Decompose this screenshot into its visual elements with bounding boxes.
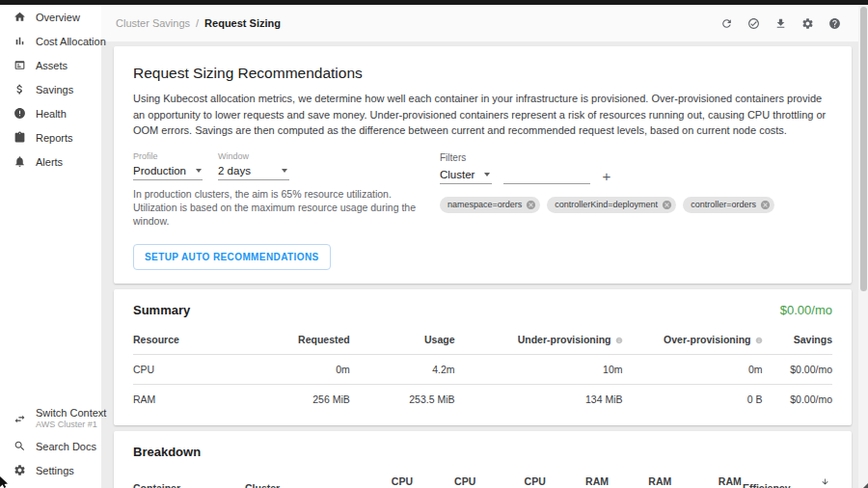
dollar-icon [14, 83, 26, 95]
profile-value: Production [133, 165, 186, 176]
column-header-cluster: Cluster [245, 469, 357, 488]
filter-type-select[interactable]: Cluster [440, 167, 492, 184]
sidebar-item-label: Switch Context [36, 407, 106, 420]
sidebar-item-health[interactable]: Health [0, 101, 101, 125]
download-icon[interactable] [774, 17, 787, 30]
info-icon[interactable] [755, 337, 763, 344]
clipboard-icon [14, 131, 26, 144]
summary-title: Summary [133, 303, 190, 317]
cell-over-provisioning: 0 B [623, 384, 763, 414]
sidebar-item-label: Overview [36, 12, 80, 23]
profile-select-group: Profile Production [133, 151, 203, 180]
filters-block: Filters Cluster + namespace=orders [440, 151, 774, 271]
sidebar-item-label: Health [36, 108, 67, 120]
column-header-ram-usage[interactable]: RAM usage [546, 469, 609, 488]
column-header-label: Over-provisioning [664, 334, 750, 345]
home-icon [14, 11, 26, 23]
setup-auto-recommendations-button[interactable]: SETUP AUTO RECOMMENDATIONS [133, 244, 331, 270]
summary-total-savings: $0.00/mo [780, 303, 832, 317]
sidebar-item-reports[interactable]: Reports [0, 125, 101, 149]
column-header-cpu-usage[interactable]: CPU usage [357, 469, 413, 488]
column-header-usage: Usage [350, 327, 455, 354]
column-header-label: Under-provisioning [518, 334, 611, 345]
cell-requested: 0m [231, 354, 350, 384]
chevron-down-icon [282, 169, 287, 173]
breadcrumb: Cluster Savings / Request Sizing [116, 17, 281, 29]
corner-artifact [863, 483, 868, 488]
check-circle-icon[interactable] [747, 17, 760, 30]
filter-chip: controllerKind=deployment [547, 197, 676, 213]
swap-arrows-icon [14, 413, 26, 425]
refresh-icon[interactable] [720, 17, 733, 30]
summary-card: Summary $0.00/mo Resource Requested Usag… [114, 289, 852, 425]
column-header-container: Container [133, 469, 245, 488]
filter-chip-label: controller=orders [691, 200, 756, 209]
cell-usage: 4.2m [350, 354, 455, 384]
column-header-ram-recommd[interactable]: RAM recomm'd [671, 469, 742, 488]
filter-value-input[interactable] [503, 169, 590, 184]
page-description: Using Kubecost allocation metrics, we de… [133, 91, 832, 139]
cell-savings: $0.00/mo [763, 354, 833, 384]
filter-chip: namespace=orders [440, 197, 540, 213]
sidebar-nav: Overview Cost Allocation Assets Savings … [0, 5, 101, 174]
sidebar-item-label: Reports [36, 132, 73, 144]
chevron-down-icon [484, 173, 490, 176]
sort-descending-icon [821, 477, 829, 486]
mouse-cursor [0, 476, 10, 488]
column-header-cpu-request[interactable]: CPU request [413, 469, 475, 488]
column-header-over-provisioning: Over-provisioning [623, 327, 763, 354]
current-context-label: AWS Cluster #1 [36, 420, 106, 430]
top-bar: Cluster Savings / Request Sizing [101, 5, 868, 41]
breadcrumb-parent[interactable]: Cluster Savings [116, 17, 190, 29]
filter-chip-label: namespace=orders [448, 200, 522, 209]
sidebar-item-savings[interactable]: Savings [0, 77, 101, 101]
remove-chip-icon[interactable] [526, 200, 536, 210]
scrollbar-thumb[interactable] [860, 7, 867, 291]
sidebar-item-cost-allocation[interactable]: Cost Allocation [0, 29, 101, 53]
breakdown-table: Container Cluster CPU usage CPU request … [133, 469, 832, 488]
remove-chip-icon[interactable] [760, 200, 771, 210]
sidebar-item-assets[interactable]: Assets [0, 53, 101, 77]
request-sizing-card: Request Sizing Recommendations Using Kub… [114, 46, 852, 284]
window-value: 2 days [218, 165, 251, 176]
profile-note: In production clusters, the aim is 65% r… [133, 187, 417, 229]
info-icon[interactable] [615, 337, 623, 344]
sidebar-item-switch-context[interactable]: Switch Context AWS Cluster #1 [0, 403, 101, 434]
breakdown-card: Breakdown Container Cluster CPU usage CP… [114, 431, 852, 488]
column-header-savings-sort[interactable]: Savings [791, 469, 833, 488]
sidebar-item-settings[interactable]: Settings [0, 458, 101, 482]
breakdown-title: Breakdown [133, 445, 201, 459]
sidebar-item-alerts[interactable]: Alerts [0, 149, 101, 174]
bell-icon [14, 155, 26, 168]
column-header-requested: Requested [231, 327, 350, 354]
vertical-scrollbar[interactable] [858, 5, 868, 488]
cell-requested: 256 MiB [231, 384, 350, 414]
filter-chip: controller=orders [683, 197, 774, 213]
web-asset-icon [14, 59, 26, 71]
window-select-group: Window 2 days [218, 151, 289, 180]
sidebar-item-label: Settings [36, 465, 74, 476]
search-icon [14, 440, 26, 452]
column-header-cpu-recommd[interactable]: CPU recomm'd [475, 469, 546, 488]
sidebar-item-label: Cost Allocation [36, 36, 106, 47]
window-top-strip [0, 0, 868, 5]
sidebar-item-search-docs[interactable]: Search Docs [0, 434, 101, 458]
chevron-down-icon [196, 169, 202, 173]
column-header-savings: Savings [763, 327, 833, 354]
cell-under-provisioning: 134 MiB [455, 384, 623, 414]
profile-select[interactable]: Production [133, 163, 203, 180]
add-filter-button[interactable]: + [602, 169, 610, 184]
column-header-efficiency[interactable]: Efficiency [742, 469, 791, 488]
bar-chart-icon [14, 35, 26, 47]
sidebar-item-overview[interactable]: Overview [0, 5, 101, 29]
column-header-resource: Resource [133, 327, 231, 354]
window-select[interactable]: 2 days [218, 163, 289, 180]
window-label: Window [218, 151, 289, 161]
sidebar: Overview Cost Allocation Assets Savings … [0, 5, 101, 488]
column-header-ram-request[interactable]: RAM request [609, 469, 671, 488]
help-icon[interactable] [828, 17, 841, 30]
cell-resource: RAM [133, 384, 231, 414]
gear-icon[interactable] [801, 17, 814, 30]
remove-chip-icon[interactable] [662, 200, 672, 210]
cell-usage: 253.5 MiB [350, 384, 455, 414]
